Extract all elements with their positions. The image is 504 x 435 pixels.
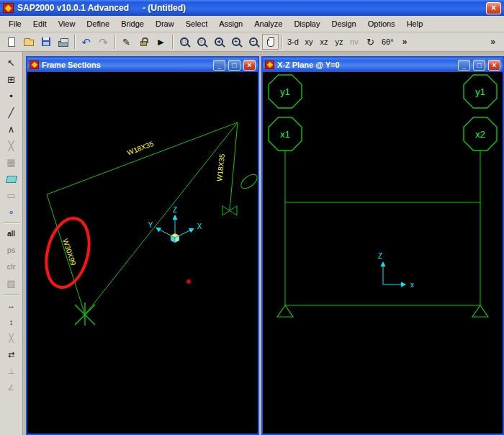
draw-rect-area-button[interactable]: ▭	[3, 187, 20, 204]
side-separator	[4, 294, 19, 295]
run-analysis-button[interactable]: ▶	[153, 34, 169, 50]
draw-brace-button[interactable]: ╳	[3, 138, 20, 154]
assign-pattern-button[interactable]: ▨	[3, 275, 20, 292]
app-titlebar[interactable]: SAP2000 v10.0.1 Advanced - (Untitled) ×	[0, 0, 504, 16]
menu-file[interactable]: File	[3, 17, 27, 30]
side-separator	[4, 223, 19, 223]
frame-sections-window[interactable]: Frame Sections _ □ ×	[26, 56, 259, 435]
view-3d-button[interactable]: 3-d	[285, 34, 301, 50]
rotate-view-button[interactable]: ↻	[362, 34, 379, 50]
pan-hand-icon	[267, 39, 274, 47]
xz-plane-titlebar[interactable]: X-Z Plane @ Y=0 _ □ ×	[263, 58, 503, 72]
toolbar-separator	[172, 35, 173, 49]
grid-bubbles[interactable]	[269, 75, 497, 151]
open-file-button[interactable]	[20, 34, 37, 50]
pan-button[interactable]	[262, 34, 279, 50]
menu-draw[interactable]: Draw	[150, 17, 180, 30]
menu-assign[interactable]: Assign	[213, 17, 248, 30]
xz-plane-window[interactable]: X-Z Plane @ Y=0 _ □ ×	[261, 56, 504, 435]
joint-dot-icon: •	[9, 91, 13, 102]
restore-full-view-button[interactable]: ○	[193, 34, 210, 50]
view-nv-button[interactable]: nv	[347, 34, 361, 50]
menu-view[interactable]: View	[53, 17, 81, 30]
snap-angle-button[interactable]: ∠	[3, 380, 20, 396]
redo-button[interactable]: ↷	[95, 34, 112, 50]
x-axis-label: x	[410, 281, 414, 289]
menu-define[interactable]: Define	[81, 17, 115, 30]
zoom-previous-icon: ◂	[215, 37, 223, 46]
close-icon: ×	[491, 3, 496, 14]
new-model-button[interactable]	[3, 34, 19, 50]
printer-icon	[58, 41, 68, 47]
draw-joint-button[interactable]: •	[3, 88, 20, 104]
maximize-button[interactable]: □	[228, 60, 240, 71]
chevron-right-icon: »	[490, 37, 495, 47]
menu-options[interactable]: Options	[362, 17, 401, 30]
close-window-button[interactable]: ×	[488, 60, 500, 71]
close-window-button[interactable]: ×	[243, 60, 256, 71]
menu-select[interactable]: Select	[180, 17, 214, 30]
view-xy-button[interactable]: xy	[302, 34, 316, 50]
menu-display[interactable]: Display	[288, 17, 325, 30]
menu-analyze[interactable]: Analyze	[248, 17, 288, 30]
save-disk-icon	[42, 37, 50, 46]
z-axis-label: Z	[173, 206, 177, 214]
draw-quad-area-button[interactable]	[3, 171, 20, 187]
x-cross-icon: ╳	[9, 333, 14, 343]
menu-edit[interactable]: Edit	[27, 17, 53, 30]
zoom-in-button[interactable]: +	[228, 34, 244, 50]
view-yz-button[interactable]: yz	[332, 34, 346, 50]
save-button[interactable]	[37, 34, 54, 50]
previous-zoom-button[interactable]: ◂	[210, 34, 227, 50]
menu-design[interactable]: Design	[325, 17, 361, 30]
lock-model-button[interactable]	[135, 34, 152, 50]
frame-sections-titlebar[interactable]: Frame Sections _ □ ×	[27, 58, 258, 72]
previous-selection-button[interactable]: ps	[3, 242, 20, 259]
snap-perpendicular-button[interactable]: ⊥	[3, 363, 20, 380]
zoom-window-glyph: □	[181, 38, 187, 45]
minimize-button[interactable]: _	[213, 60, 225, 71]
close-icon: ×	[248, 60, 252, 70]
quick-draw-frame-button[interactable]: ∧	[3, 121, 20, 138]
y-axis-label: Y	[148, 221, 153, 229]
frame-outline[interactable]	[285, 202, 480, 305]
rubber-band-select-button[interactable]: ⊞	[3, 71, 20, 88]
run-icon: ▶	[158, 37, 163, 47]
clear-selection-button[interactable]: clr	[3, 259, 20, 275]
maximize-button[interactable]: □	[473, 60, 485, 71]
menu-bridge[interactable]: Bridge	[115, 17, 150, 30]
snap-lines-button[interactable]: ⇄	[3, 346, 20, 363]
snap-vertical-button[interactable]: ↕	[3, 313, 20, 330]
toolbar-overflow-button-right[interactable]: »	[485, 34, 501, 50]
rubber-band-zoom-button[interactable]: □	[176, 34, 192, 50]
draw-point-button[interactable]: ∘	[3, 204, 20, 220]
chevron-right-icon: »	[402, 37, 408, 47]
select-arrow-button[interactable]: ↖	[3, 55, 20, 71]
snap-horizontal-button[interactable]: ↔	[3, 297, 20, 313]
draw-area-button[interactable]: ▦	[3, 154, 20, 171]
grid-label-right-bottom: x2	[475, 129, 485, 140]
zoom-previous-glyph: ◂	[216, 38, 222, 45]
select-all-button[interactable]: all	[3, 225, 20, 242]
angle-icon: ∠	[8, 383, 15, 393]
zoom-window-icon: □	[180, 37, 189, 46]
zoom-in-glyph: +	[233, 38, 239, 45]
v-arrows-icon: ↕	[9, 318, 14, 326]
frame-sections-canvas[interactable]: W18X35 W18X35 W30X99 Z X	[27, 72, 258, 434]
print-button[interactable]	[55, 34, 71, 50]
view-xz-button[interactable]: xz	[317, 34, 331, 50]
x-axis-label: X	[197, 223, 202, 230]
refresh-draw-button[interactable]: ✎	[118, 34, 135, 50]
perspective-button[interactable]: 6θ°	[379, 34, 396, 50]
xz-plane-canvas[interactable]: y1 x1 y1 x2	[263, 72, 503, 434]
toolbar-overflow-button[interactable]: »	[397, 34, 413, 50]
app-close-button[interactable]: ×	[486, 2, 501, 14]
draw-frame-button[interactable]: ╱	[3, 104, 20, 121]
snap-intersections-button[interactable]: ╳	[3, 330, 20, 346]
select-window-icon: ⊞	[7, 74, 15, 85]
zoom-out-button[interactable]: −	[245, 34, 261, 50]
undo-button[interactable]: ↶	[78, 34, 94, 50]
menu-help[interactable]: Help	[401, 17, 429, 30]
h-arrows-icon: ↔	[7, 301, 15, 310]
minimize-button[interactable]: _	[458, 60, 470, 71]
